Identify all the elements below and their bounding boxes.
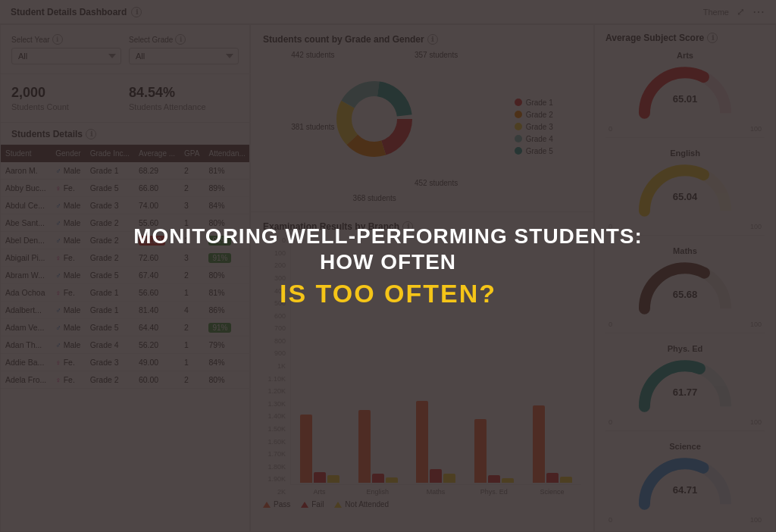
legend-item: Grade 2	[515, 111, 553, 119]
gauge-divider	[605, 430, 765, 431]
gauge-item: Arts 65.01 0 100	[605, 51, 765, 138]
avg-cell: 56.20	[134, 336, 180, 354]
year-info-icon[interactable]: ℹ	[52, 34, 63, 45]
bar-info-icon[interactable]: ℹ	[402, 221, 413, 232]
table-row: Abdul Ce... ♂ Male Grade 3 74.00 3 84%	[1, 197, 249, 214]
y-axis-label: 1.70K	[263, 450, 286, 458]
donut-info-icon[interactable]: ℹ	[427, 34, 438, 45]
expand-icon[interactable]: ⤢	[737, 6, 745, 17]
grade-cell: Grade 2	[86, 232, 134, 249]
legend-dot	[515, 99, 522, 106]
gauge-item: English 65.04 0 100	[605, 149, 765, 236]
att-cell: 84%	[204, 197, 249, 214]
title-info-icon[interactable]: ℹ	[131, 7, 142, 17]
filters-panel: Select Year ℹ All Select Grade ℹ All	[1, 25, 249, 74]
right-column: Average Subject Score ℹ Arts 65.01 0 100…	[594, 24, 776, 532]
y-axis-label: 400	[263, 287, 286, 295]
avg-cell: 31.00	[134, 232, 180, 249]
bar	[430, 469, 442, 483]
gauge-axis: 0 100	[605, 125, 765, 133]
label-mid-left: 381 students	[291, 123, 334, 131]
grade-cell: Grade 2	[86, 249, 134, 267]
students-table: Student Gender Grade Inc... Average ... …	[1, 145, 249, 389]
avg-cell: 60.00	[134, 371, 180, 389]
gpa-cell: 2	[180, 162, 204, 180]
name-cell: Abram W...	[1, 267, 51, 284]
stats-grid: 2,000 Students Count 84.54% Students Att…	[11, 85, 239, 111]
donut-svg	[329, 74, 420, 164]
gender-cell: ♂ Male	[51, 302, 85, 319]
avg-cell: 68.29	[134, 162, 180, 180]
grade-cell: Grade 5	[86, 319, 134, 336]
y-axis-label: 1.60K	[263, 438, 286, 446]
gauge-axis: 0 100	[605, 418, 765, 426]
gauge-subject: Arts	[605, 51, 765, 60]
y-axis-label: 1.50K	[263, 425, 286, 433]
bar-x-label: Arts	[296, 488, 342, 496]
grade-cell: Grade 5	[86, 267, 134, 284]
grade-select[interactable]: All	[129, 48, 239, 64]
gauge-axis: 0 100	[605, 321, 765, 328]
bar	[416, 401, 428, 483]
label-top-right: 357 students	[415, 51, 458, 59]
menu-icon[interactable]: ⋯	[753, 5, 765, 19]
avg-cell: 74.00	[134, 197, 180, 214]
label-bot-mid: 368 students	[353, 194, 396, 202]
name-cell: Adan Th...	[1, 336, 51, 354]
bar-group-inner	[474, 419, 514, 483]
students-table-info-icon[interactable]: ℹ	[86, 129, 96, 139]
gender-cell: ♂ Male	[51, 214, 85, 232]
gpa-cell: 1	[180, 214, 204, 232]
dashboard: Select Year ℹ All Select Grade ℹ All	[0, 24, 776, 532]
y-axis-label: 800	[263, 337, 286, 345]
grade-cell: Grade 3	[86, 197, 134, 214]
col-student: Student	[1, 145, 51, 162]
gpa-cell: 2	[180, 180, 204, 197]
y-axis-label: 1K	[263, 362, 286, 370]
att-cell: 81%	[204, 284, 249, 302]
y-axis-label: 1.10K	[263, 375, 286, 383]
gauge-subject: Maths	[605, 246, 765, 255]
bar-chart-main: 2K1.90K1.80K1.70K1.60K1.50K1.40K1.30K1.2…	[263, 236, 581, 496]
gender-cell: ♂ Male	[51, 267, 85, 284]
donut-legend: Grade 1Grade 2Grade 3Grade 4Grade 5	[515, 99, 553, 155]
gpa-cell: 1	[180, 232, 204, 249]
top-bar: Student Details Dashboard ℹ Theme ⤢ ⋯	[0, 0, 776, 24]
bars-container: ArtsEnglishMathsPhys. EdScience	[290, 236, 581, 496]
avg-score-info-icon[interactable]: ℹ	[707, 33, 718, 43]
gpa-cell: 3	[180, 197, 204, 214]
name-cell: Adalbert...	[1, 302, 51, 319]
gauge-wrap: 65.04	[636, 162, 734, 221]
gauge-value: 65.04	[673, 191, 698, 202]
bar-group-inner	[533, 405, 572, 483]
bar-group	[474, 419, 514, 483]
y-axis-label: 700	[263, 324, 286, 332]
gpa-cell: 1	[180, 354, 204, 371]
grade-cell: Grade 1	[86, 302, 134, 319]
gpa-cell: 2	[180, 319, 204, 336]
grade-filter-label: Select Grade ℹ	[129, 34, 239, 45]
bar-group-inner	[300, 415, 340, 483]
y-axis-label: 100	[263, 249, 286, 257]
legend-item: Grade 1	[515, 99, 553, 107]
label-bot-right: 452 students	[415, 179, 458, 187]
gpa-cell: 2	[180, 267, 204, 284]
bar-group-inner	[416, 401, 455, 483]
name-cell: Abe Sant...	[1, 214, 51, 232]
y-axis-label: 1.30K	[263, 400, 286, 408]
legend-dot	[515, 135, 522, 142]
middle-column: Students count by Grade and Gender ℹ 442…	[250, 24, 594, 532]
y-axis-label: 1.20K	[263, 387, 286, 395]
chart-legend-item: Not Attended	[334, 500, 389, 509]
gpa-cell: 1	[180, 284, 204, 302]
att-cell: 81%	[204, 162, 249, 180]
year-select[interactable]: All	[11, 48, 121, 64]
theme-label[interactable]: Theme	[703, 8, 729, 17]
table-body: Aaron M. ♂ Male Grade 1 68.29 2 81% Abby…	[1, 162, 249, 389]
left-column: Select Year ℹ All Select Grade ℹ All	[0, 24, 250, 532]
avg-cell: 66.80	[134, 180, 180, 197]
gpa-cell: 2	[180, 371, 204, 389]
bar	[358, 410, 371, 483]
grade-info-icon[interactable]: ℹ	[175, 34, 186, 45]
gpa-cell: 1	[180, 336, 204, 354]
